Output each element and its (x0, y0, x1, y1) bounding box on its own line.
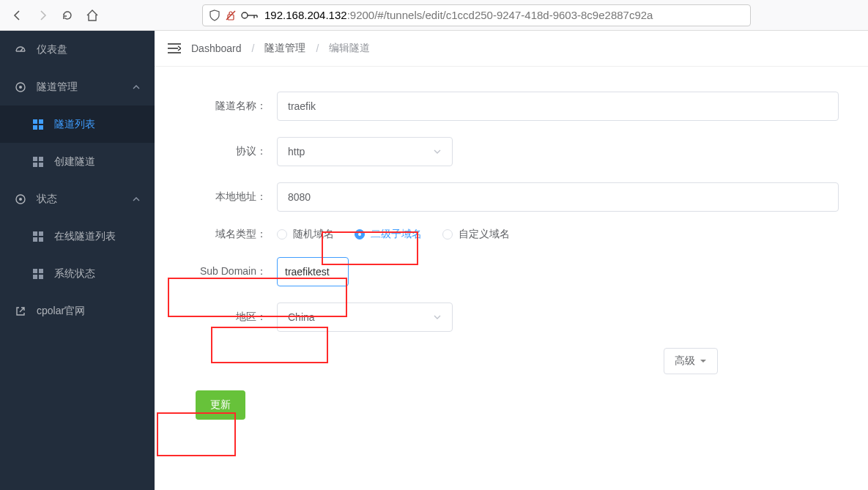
caret-down-icon (700, 357, 707, 365)
svg-rect-22 (33, 237, 37, 242)
svg-rect-17 (39, 163, 43, 167)
sidebar-item-online-tunnels[interactable]: 在线隧道列表 (0, 218, 155, 255)
domain-type-label: 域名类型： (184, 228, 277, 241)
sidebar-item-dashboard[interactable]: 仪表盘 (0, 31, 155, 68)
sidebar-item-status[interactable]: 状态 (0, 180, 155, 218)
grid-icon (32, 231, 44, 242)
tunnel-name-input[interactable] (277, 92, 839, 121)
chevron-down-icon (433, 313, 442, 322)
proto-value: http (288, 146, 305, 157)
sidebar-label: 在线隧道列表 (54, 230, 116, 243)
svg-rect-16 (33, 163, 37, 167)
radio-label: 自定义域名 (459, 228, 510, 241)
key-icon (241, 10, 259, 21)
region-select[interactable]: China (277, 302, 453, 332)
breadcrumb-sep: / (252, 42, 255, 54)
radio-icon (355, 229, 365, 240)
radio-sub-domain[interactable]: 二级子域名 (355, 228, 422, 241)
subdomain-input[interactable] (277, 257, 349, 286)
back-button[interactable] (7, 5, 28, 26)
svg-rect-13 (39, 125, 43, 130)
domain-type-radio-group: 随机域名 二级子域名 自定义域名 (277, 228, 510, 241)
svg-point-19 (19, 198, 22, 201)
radio-label: 二级子域名 (371, 228, 422, 241)
dashboard-icon (15, 44, 26, 56)
chevron-down-icon (433, 147, 442, 156)
region-value: China (288, 311, 315, 323)
tunnel-name-label: 隧道名称： (184, 100, 277, 113)
breadcrumb-current: 编辑隧道 (329, 42, 370, 55)
menu-toggle-icon[interactable] (168, 42, 181, 54)
topbar: Dashboard / 隧道管理 / 编辑隧道 (155, 31, 868, 67)
sidebar-item-tunnel-list[interactable]: 隧道列表 (0, 105, 155, 143)
local-addr-input[interactable] (277, 182, 839, 212)
advanced-button[interactable]: 高级 (664, 348, 718, 374)
breadcrumb-tunnel-mgmt[interactable]: 隧道管理 (264, 42, 305, 55)
edit-tunnel-form: 隧道名称： 协议： http 本地地址： 域名类型： (155, 67, 868, 436)
svg-point-9 (19, 86, 22, 89)
target-icon (15, 193, 26, 205)
sidebar-label: 隧道列表 (54, 118, 95, 131)
svg-rect-15 (39, 157, 43, 161)
svg-rect-27 (39, 275, 43, 279)
local-addr-label: 本地地址： (184, 190, 277, 204)
lock-slash-icon (225, 10, 237, 21)
main-content: Dashboard / 隧道管理 / 编辑隧道 隧道名称： 协议： http (155, 31, 868, 490)
svg-rect-14 (33, 157, 37, 161)
svg-rect-20 (33, 231, 37, 236)
url-bar[interactable]: 192.168.204.132:9200/#/tunnels/edit/c1cc… (202, 4, 751, 26)
breadcrumb-sep: / (316, 42, 319, 54)
proto-select[interactable]: http (277, 137, 453, 166)
radio-icon (277, 229, 287, 240)
svg-rect-12 (33, 125, 37, 130)
svg-rect-21 (39, 231, 43, 236)
grid-icon (32, 269, 44, 279)
forward-button[interactable] (32, 5, 53, 26)
sidebar-label: 状态 (37, 193, 57, 206)
browser-toolbar: 192.168.204.132:9200/#/tunnels/edit/c1cc… (0, 0, 868, 31)
external-link-icon (15, 306, 26, 316)
radio-icon (442, 229, 453, 240)
sidebar-item-tunnel-mgmt[interactable]: 隧道管理 (0, 68, 155, 105)
target-icon (15, 81, 26, 93)
chevron-up-icon (133, 83, 140, 91)
sidebar-label: 隧道管理 (37, 81, 78, 94)
grid-icon (32, 119, 44, 130)
home-button[interactable] (82, 5, 103, 26)
sidebar-item-cpolar-site[interactable]: cpolar官网 (0, 292, 155, 330)
proto-label: 协议： (184, 145, 277, 158)
svg-rect-10 (33, 119, 37, 124)
reload-button[interactable] (57, 5, 78, 26)
url-text: 192.168.204.132:9200/#/tunnels/edit/c1cc… (264, 9, 744, 21)
svg-rect-11 (39, 119, 43, 124)
sidebar: 仪表盘 隧道管理 隧道列表 创建隧道 (0, 31, 155, 490)
grid-icon (32, 157, 44, 167)
svg-rect-23 (39, 237, 43, 242)
sidebar-label: cpolar官网 (37, 305, 85, 318)
shield-icon (209, 10, 220, 21)
advanced-label: 高级 (675, 354, 695, 368)
sidebar-label: 仪表盘 (37, 43, 67, 56)
svg-point-2 (242, 12, 248, 18)
breadcrumb-dashboard[interactable]: Dashboard (191, 42, 242, 54)
svg-rect-26 (33, 275, 37, 279)
svg-rect-24 (33, 269, 37, 273)
radio-label: 随机域名 (293, 228, 334, 241)
chevron-up-icon (133, 196, 140, 203)
region-label: 地区： (184, 311, 277, 324)
update-button[interactable]: 更新 (196, 390, 245, 420)
sidebar-label: 系统状态 (54, 267, 95, 281)
sidebar-label: 创建隧道 (54, 155, 95, 168)
radio-random-domain[interactable]: 随机域名 (277, 228, 334, 241)
sidebar-item-create-tunnel[interactable]: 创建隧道 (0, 143, 155, 180)
sidebar-item-system-status[interactable]: 系统状态 (0, 255, 155, 292)
radio-custom-domain[interactable]: 自定义域名 (442, 228, 510, 241)
subdomain-label: Sub Domain： (184, 265, 277, 278)
svg-rect-25 (39, 269, 43, 273)
